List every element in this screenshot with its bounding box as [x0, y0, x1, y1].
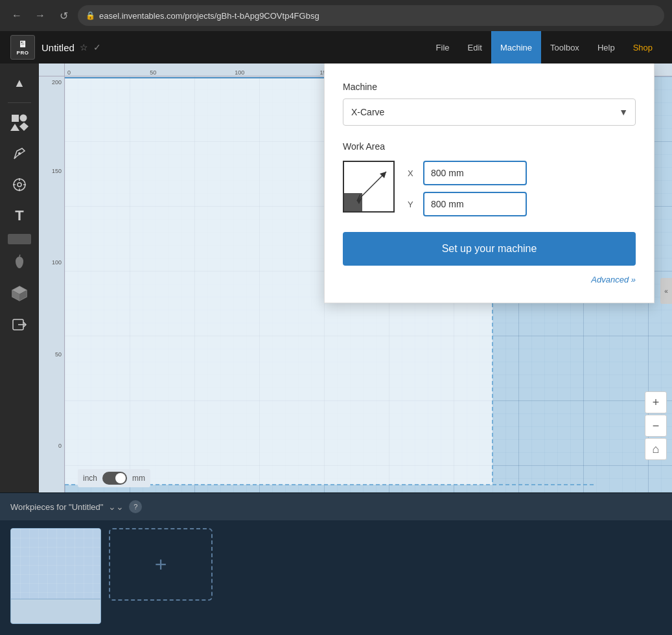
- workpiece-preview-svg: [11, 529, 101, 599]
- machine-section-label: Machine: [343, 82, 636, 92]
- machine-popup: Machine X-Carve X-Carve Pro Carvey Custo…: [324, 64, 655, 303]
- shapes-icon: [10, 113, 29, 132]
- work-area-label: Work Area: [343, 141, 636, 152]
- toolbar-text-btn[interactable]: T: [5, 202, 34, 230]
- top-nav: 🖥 PRO Untitled ☆ ✓ File Edit Machine Too…: [0, 31, 672, 64]
- work-area-inputs: X Y: [408, 161, 527, 216]
- target-icon: [12, 177, 27, 192]
- url-text: easel.inventables.com/projects/gBh-t-bAp…: [99, 11, 319, 21]
- advanced-link[interactable]: Advanced »: [343, 275, 636, 284]
- pro-logo: 🖥 PRO: [10, 35, 35, 60]
- nav-toolbox[interactable]: Toolbox: [541, 31, 588, 64]
- address-bar[interactable]: 🔒 easel.inventables.com/projects/gBh-t-b…: [78, 5, 664, 26]
- app-container: 🖥 PRO Untitled ☆ ✓ File Edit Machine Too…: [0, 31, 672, 635]
- pen-icon: [12, 146, 27, 161]
- svg-marker-3: [19, 122, 29, 131]
- machine-select[interactable]: X-Carve X-Carve Pro Carvey Custom: [343, 98, 636, 126]
- machine-select-wrapper: X-Carve X-Carve Pro Carvey Custom ▼: [343, 98, 636, 126]
- workpieces-expand-button[interactable]: ⌄⌄: [108, 502, 124, 512]
- canvas-area[interactable]: 200 150 100 50 0 0 50 100 150 200 250 30…: [39, 64, 672, 492]
- pro-logo-icon: 🖥: [18, 39, 28, 49]
- forward-button[interactable]: →: [31, 6, 49, 25]
- star-icon[interactable]: ☆: [80, 42, 88, 52]
- svg-rect-0: [12, 115, 19, 122]
- add-workpiece-icon: +: [155, 553, 167, 577]
- cube-icon: [11, 285, 28, 302]
- nav-edit[interactable]: Edit: [459, 31, 491, 64]
- refresh-button[interactable]: ↺: [54, 6, 73, 25]
- x-dimension-input[interactable]: [423, 161, 527, 185]
- workpieces-title-project: "Untitled": [69, 502, 103, 512]
- project-title-text: Untitled: [41, 42, 75, 53]
- work-area-row: X Y: [343, 161, 636, 216]
- toolbar-import-btn[interactable]: [5, 310, 34, 339]
- svg-rect-28: [11, 529, 101, 599]
- svg-marker-2: [10, 124, 19, 131]
- nav-file[interactable]: File: [427, 31, 459, 64]
- back-button[interactable]: ←: [8, 6, 26, 25]
- apple-icon: [11, 254, 28, 271]
- workpiece-card[interactable]: [10, 528, 101, 624]
- import-icon: [12, 317, 27, 332]
- machine-popup-overlay: Machine X-Carve X-Carve Pro Carvey Custo…: [39, 64, 672, 492]
- x-axis-label: X: [408, 168, 417, 178]
- lock-icon: 🔒: [86, 11, 95, 20]
- setup-machine-button[interactable]: Set up your machine: [343, 232, 636, 266]
- workpieces-help-button[interactable]: ?: [129, 500, 142, 513]
- toolbar-separator-1: [8, 102, 31, 103]
- nav-shop[interactable]: Shop: [624, 31, 662, 64]
- toolbar-shapes-btn[interactable]: [5, 108, 34, 137]
- workpieces-title-prefix: Workpieces for: [10, 502, 69, 512]
- work-area-diagram: [343, 161, 395, 213]
- workpieces-content: +: [0, 520, 672, 632]
- check-icon[interactable]: ✓: [93, 42, 101, 52]
- toolbar-target-btn[interactable]: [5, 170, 34, 199]
- y-dimension-input[interactable]: [423, 192, 527, 216]
- workpieces-title: Workpieces for "Untitled": [10, 502, 103, 512]
- toolbar-cube-btn[interactable]: [5, 279, 34, 308]
- svg-point-6: [17, 183, 21, 187]
- diagram-arrow-svg: [344, 162, 396, 214]
- x-input-row: X: [408, 161, 527, 185]
- toolbar-collapse-btn[interactable]: ▲: [5, 69, 34, 97]
- svg-line-23: [357, 172, 386, 201]
- main-content: ▲: [0, 64, 672, 492]
- pro-logo-text: PRO: [17, 50, 29, 56]
- svg-point-1: [20, 115, 27, 122]
- workpieces-header: Workpieces for "Untitled" ⌄⌄ ?: [0, 493, 672, 520]
- svg-point-4: [18, 152, 21, 155]
- toolbar-apple-btn[interactable]: [5, 248, 34, 277]
- workpiece-card-footer: [11, 599, 100, 624]
- y-axis-label: Y: [408, 200, 417, 209]
- toolbar-pen-btn[interactable]: [5, 139, 34, 168]
- nav-machine[interactable]: Machine: [491, 31, 541, 64]
- workpiece-card-main: [11, 529, 100, 599]
- browser-bar: ← → ↺ 🔒 easel.inventables.com/projects/g…: [0, 0, 672, 31]
- add-workpiece-button[interactable]: +: [109, 528, 213, 601]
- project-title-group: Untitled ☆ ✓: [41, 42, 101, 53]
- y-input-row: Y: [408, 192, 527, 216]
- toolbar-divider-shape: [8, 234, 31, 244]
- left-toolbar: ▲: [0, 64, 39, 492]
- nav-menu: File Edit Machine Toolbox Help Shop: [427, 31, 662, 64]
- nav-help[interactable]: Help: [588, 31, 624, 64]
- workpieces-section: Workpieces for "Untitled" ⌄⌄ ?: [0, 492, 672, 635]
